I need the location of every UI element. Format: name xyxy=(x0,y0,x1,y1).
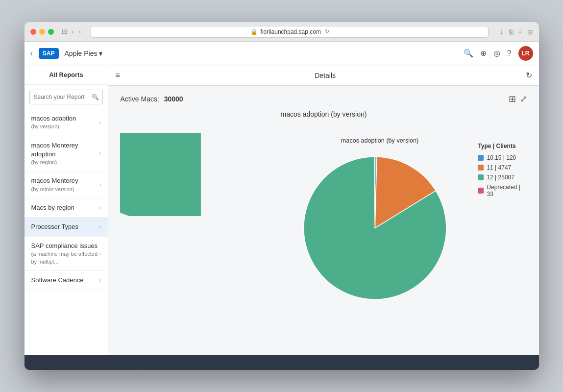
chart-legend: Type | Clients 10.15 | 120 11 | 4747 xyxy=(478,133,527,197)
sidebar-item-label: Processor Types xyxy=(31,222,79,231)
back-nav-button[interactable]: ‹ xyxy=(72,28,74,35)
sidebar-item-macos-adoption[interactable]: macos adoption (by version) › xyxy=(24,109,108,136)
sidebar: All Reports 🔍 macos adoption (by version… xyxy=(24,65,109,355)
close-button[interactable] xyxy=(30,29,36,35)
new-tab-icon[interactable]: + xyxy=(518,28,522,36)
sap-header: ‹ SAP Apple Pies ▾ 🔍 ⊕ ◎ ? LR xyxy=(24,42,539,65)
bottom-bar-right xyxy=(142,355,539,370)
active-macs-value: 30000 xyxy=(164,95,183,103)
legend-label-deprecated: Deprecated | 33 xyxy=(487,184,527,197)
forward-nav-button[interactable]: › xyxy=(79,28,81,35)
sidebar-item-label: SAP compliance issues xyxy=(31,242,99,250)
sidebar-toggle-icon[interactable]: ⊡ xyxy=(62,28,67,35)
sidebar-item-label: Macs by region xyxy=(31,203,74,212)
legend-label-12: 12 | 25087 xyxy=(487,174,514,181)
detail-header: ≡ Details ↻ xyxy=(108,65,539,86)
sidebar-item-label: macos Monterey xyxy=(31,176,78,185)
maximize-button[interactable] xyxy=(48,29,54,35)
bottom-bar-left xyxy=(24,355,142,370)
browser-icons: ⤓ ⎗ + ⊞ xyxy=(498,28,533,36)
browser-chrome: ⊡ ‹ › 🔒 fiorilaunchpad.sap.com ↻ ⤓ ⎗ + ⊞ xyxy=(24,22,539,42)
sidebar-list: macos adoption (by version) › macos Mont… xyxy=(24,109,108,355)
active-macs-text: Active Macs: 30000 xyxy=(120,95,183,103)
sidebar-item-macs-by-region[interactable]: Macs by region › xyxy=(24,198,108,218)
grid-icon[interactable]: ⊞ xyxy=(527,28,533,36)
sidebar-item-sap-compliance[interactable]: SAP compliance issues (a machine may be … xyxy=(24,237,108,271)
chat-icon[interactable]: ◎ xyxy=(493,49,500,58)
detail-header-icons: ↻ xyxy=(526,71,532,80)
sidebar-item-sub: (a machine may be affected by multipl... xyxy=(31,250,99,266)
sap-back-button[interactable]: ‹ xyxy=(30,49,33,58)
browser-controls: ⊡ ‹ › xyxy=(62,28,81,35)
app-name: Apple Pies ▾ xyxy=(65,49,103,57)
chevron-right-icon: › xyxy=(99,119,101,126)
legend-color-1015 xyxy=(478,155,484,161)
detail-body: Active Macs: 30000 ⊞ ⤢ macos adoption (b… xyxy=(108,86,539,355)
table-view-icon[interactable]: ⊞ xyxy=(509,94,516,104)
chevron-right-icon: › xyxy=(99,150,101,157)
legend-item-11: 11 | 4747 xyxy=(478,164,527,171)
chevron-right-icon: › xyxy=(99,204,101,211)
legend-color-11 xyxy=(478,165,484,171)
dropdown-arrow-icon[interactable]: ▾ xyxy=(99,49,102,57)
sidebar-header: All Reports xyxy=(24,65,108,85)
legend-item-12: 12 | 25087 xyxy=(478,174,527,181)
chevron-right-icon: › xyxy=(99,223,101,230)
detail-panel: ≡ Details ↻ Active Macs: 30000 ⊞ ⤢ xyxy=(108,65,539,355)
minimize-button[interactable] xyxy=(39,29,45,35)
legend-label-11: 11 | 4747 xyxy=(487,164,511,171)
main-layout: All Reports 🔍 macos adoption (by version… xyxy=(24,65,539,355)
active-macs-bar: Active Macs: 30000 ⊞ ⤢ xyxy=(120,94,527,104)
fullscreen-icon[interactable]: ⤢ xyxy=(520,94,527,104)
active-macs-icons: ⊞ ⤢ xyxy=(509,94,527,104)
pie-slice-12 xyxy=(120,133,201,216)
legend-color-deprecated xyxy=(478,188,484,194)
sidebar-item-processor-types[interactable]: Processor Types › xyxy=(24,218,108,237)
help-icon[interactable]: ? xyxy=(507,49,512,58)
legend-item-1015: 10.15 | 120 xyxy=(478,154,527,161)
active-macs-label: Active Macs: xyxy=(120,95,159,103)
sidebar-item-monterey-adoption[interactable]: macos Monterey adoption (by region) › xyxy=(24,136,108,172)
pie-chart-svg: macos adoption (by version) xyxy=(301,133,458,304)
chevron-right-icon: › xyxy=(99,250,101,257)
legend-item-deprecated: Deprecated | 33 xyxy=(478,184,527,197)
pie-chart xyxy=(120,133,282,299)
legend-header: Type | Clients xyxy=(478,143,527,149)
sidebar-item-label: Software Cadence xyxy=(31,276,84,285)
sidebar-item-sub: (by version) xyxy=(31,123,76,130)
url-text: fiorilaunchpad.sap.com xyxy=(261,28,321,35)
search-box: 🔍 xyxy=(29,90,103,104)
user-avatar[interactable]: LR xyxy=(518,46,533,61)
chart-title: macos adoption (by version) xyxy=(281,110,367,118)
sap-logo: SAP xyxy=(39,48,59,59)
sidebar-item-label: macos adoption xyxy=(31,114,76,123)
address-bar[interactable]: 🔒 fiorilaunchpad.sap.com ↻ xyxy=(91,26,489,38)
share-icon[interactable]: ⎗ xyxy=(509,28,513,36)
pie-slice-Deprecated xyxy=(375,157,375,228)
browser-window: ⊡ ‹ › 🔒 fiorilaunchpad.sap.com ↻ ⤓ ⎗ + ⊞… xyxy=(24,22,539,370)
download-icon[interactable]: ⤓ xyxy=(498,28,504,36)
hamburger-menu-icon[interactable]: ≡ xyxy=(115,71,120,80)
sidebar-item-monterey[interactable]: macos Monterey (by minor version) › xyxy=(24,172,108,198)
sidebar-item-label: macos Monterey adoption xyxy=(31,141,99,159)
sidebar-item-sub: (by minor version) xyxy=(31,186,78,193)
sap-header-icons: 🔍 ⊕ ◎ ? LR xyxy=(464,46,533,61)
sidebar-item-sub: (by region) xyxy=(31,159,99,166)
refresh-icon[interactable]: ↻ xyxy=(526,71,532,80)
bottom-bar xyxy=(24,355,539,370)
legend-color-12 xyxy=(478,174,484,180)
legend-label-1015: 10.15 | 120 xyxy=(487,154,516,161)
chart-wrapper: macos adoption (by version) xyxy=(120,110,527,304)
sidebar-item-software-cadence[interactable]: Software Cadence › xyxy=(24,271,108,290)
chevron-right-icon: › xyxy=(99,181,101,188)
app-name-text: Apple Pies xyxy=(65,49,98,57)
chevron-right-icon: › xyxy=(99,277,101,284)
search-submit-icon[interactable]: 🔍 xyxy=(92,94,99,100)
traffic-lights xyxy=(30,29,54,35)
detail-title: Details xyxy=(125,72,526,79)
search-icon[interactable]: 🔍 xyxy=(464,49,473,58)
calendar-icon[interactable]: ⊕ xyxy=(480,49,487,58)
chart-container: macos adoption (by version) Type | Clien… xyxy=(120,133,527,304)
chart-svg-title: macos adoption (by version) xyxy=(341,137,418,144)
